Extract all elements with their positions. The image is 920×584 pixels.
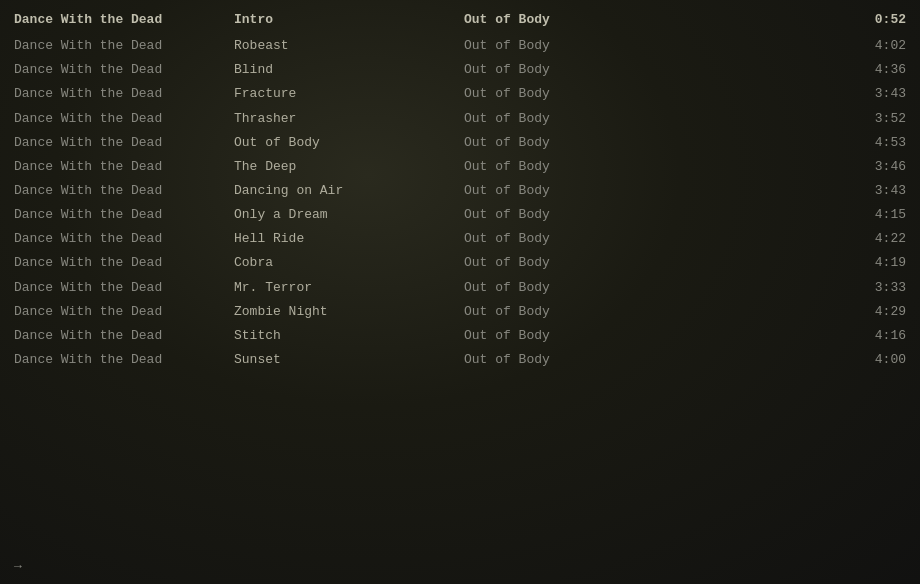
cell-album: Out of Body xyxy=(464,253,664,273)
cell-artist: Dance With the Dead xyxy=(14,229,234,249)
cell-title: Thrasher xyxy=(234,109,464,129)
cell-album: Out of Body xyxy=(464,205,664,225)
cell-duration: 3:43 xyxy=(664,84,906,104)
header-album: Out of Body xyxy=(464,10,664,30)
cell-artist: Dance With the Dead xyxy=(14,60,234,80)
cell-artist: Dance With the Dead xyxy=(14,278,234,298)
cell-artist: Dance With the Dead xyxy=(14,36,234,56)
cell-album: Out of Body xyxy=(464,229,664,249)
cell-duration: 3:43 xyxy=(664,181,906,201)
cell-album: Out of Body xyxy=(464,84,664,104)
cell-duration: 4:15 xyxy=(664,205,906,225)
table-row[interactable]: Dance With the Dead Stitch Out of Body 4… xyxy=(0,324,920,348)
table-row[interactable]: Dance With the Dead The Deep Out of Body… xyxy=(0,155,920,179)
cell-album: Out of Body xyxy=(464,181,664,201)
cell-title: Hell Ride xyxy=(234,229,464,249)
table-row[interactable]: Dance With the Dead Dancing on Air Out o… xyxy=(0,179,920,203)
table-row[interactable]: Dance With the Dead Out of Body Out of B… xyxy=(0,131,920,155)
cell-duration: 4:02 xyxy=(664,36,906,56)
cell-duration: 3:46 xyxy=(664,157,906,177)
cell-title: The Deep xyxy=(234,157,464,177)
cell-duration: 3:33 xyxy=(664,278,906,298)
cell-album: Out of Body xyxy=(464,60,664,80)
cell-duration: 3:52 xyxy=(664,109,906,129)
cell-duration: 4:22 xyxy=(664,229,906,249)
cell-title: Zombie Night xyxy=(234,302,464,322)
table-body: Dance With the Dead Robeast Out of Body … xyxy=(0,34,920,372)
cell-album: Out of Body xyxy=(464,326,664,346)
cell-title: Dancing on Air xyxy=(234,181,464,201)
cell-title: Cobra xyxy=(234,253,464,273)
cell-artist: Dance With the Dead xyxy=(14,302,234,322)
cell-artist: Dance With the Dead xyxy=(14,181,234,201)
cell-duration: 4:29 xyxy=(664,302,906,322)
table-header: Dance With the Dead Intro Out of Body 0:… xyxy=(0,8,920,32)
cell-title: Blind xyxy=(234,60,464,80)
cell-duration: 4:36 xyxy=(664,60,906,80)
cell-album: Out of Body xyxy=(464,278,664,298)
cell-album: Out of Body xyxy=(464,350,664,370)
table-row[interactable]: Dance With the Dead Thrasher Out of Body… xyxy=(0,107,920,131)
table-row[interactable]: Dance With the Dead Hell Ride Out of Bod… xyxy=(0,227,920,251)
cell-title: Stitch xyxy=(234,326,464,346)
cell-title: Mr. Terror xyxy=(234,278,464,298)
cell-artist: Dance With the Dead xyxy=(14,253,234,273)
table-row[interactable]: Dance With the Dead Blind Out of Body 4:… xyxy=(0,58,920,82)
cell-artist: Dance With the Dead xyxy=(14,350,234,370)
cell-title: Only a Dream xyxy=(234,205,464,225)
arrow-icon: → xyxy=(14,559,22,574)
cell-duration: 4:16 xyxy=(664,326,906,346)
header-artist: Dance With the Dead xyxy=(14,10,234,30)
table-row[interactable]: Dance With the Dead Only a Dream Out of … xyxy=(0,203,920,227)
cell-album: Out of Body xyxy=(464,36,664,56)
cell-duration: 4:19 xyxy=(664,253,906,273)
cell-title: Sunset xyxy=(234,350,464,370)
track-list: Dance With the Dead Intro Out of Body 0:… xyxy=(0,0,920,380)
cell-title: Out of Body xyxy=(234,133,464,153)
cell-artist: Dance With the Dead xyxy=(14,133,234,153)
cell-duration: 4:53 xyxy=(664,133,906,153)
table-row[interactable]: Dance With the Dead Sunset Out of Body 4… xyxy=(0,348,920,372)
cell-album: Out of Body xyxy=(464,302,664,322)
table-row[interactable]: Dance With the Dead Robeast Out of Body … xyxy=(0,34,920,58)
header-title: Intro xyxy=(234,10,464,30)
cell-duration: 4:00 xyxy=(664,350,906,370)
cell-artist: Dance With the Dead xyxy=(14,205,234,225)
cell-album: Out of Body xyxy=(464,109,664,129)
header-duration: 0:52 xyxy=(664,10,906,30)
table-row[interactable]: Dance With the Dead Mr. Terror Out of Bo… xyxy=(0,276,920,300)
cell-album: Out of Body xyxy=(464,133,664,153)
cell-artist: Dance With the Dead xyxy=(14,326,234,346)
cell-artist: Dance With the Dead xyxy=(14,157,234,177)
cell-title: Robeast xyxy=(234,36,464,56)
cell-artist: Dance With the Dead xyxy=(14,84,234,104)
cell-artist: Dance With the Dead xyxy=(14,109,234,129)
table-row[interactable]: Dance With the Dead Cobra Out of Body 4:… xyxy=(0,251,920,275)
cell-album: Out of Body xyxy=(464,157,664,177)
table-row[interactable]: Dance With the Dead Zombie Night Out of … xyxy=(0,300,920,324)
cell-title: Fracture xyxy=(234,84,464,104)
table-row[interactable]: Dance With the Dead Fracture Out of Body… xyxy=(0,82,920,106)
